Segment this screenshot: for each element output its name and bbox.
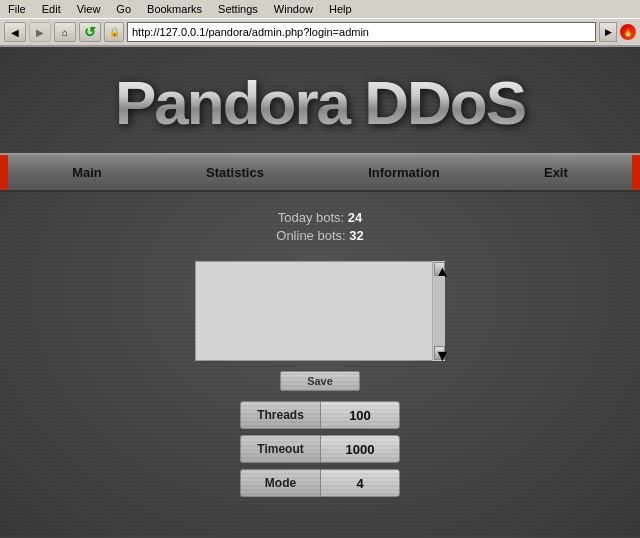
controls-section: Threads 100 Timeout 1000 Mode 4 — [0, 396, 640, 502]
online-bots-label: Online bots: — [276, 228, 345, 243]
nav-statistics[interactable]: Statistics — [186, 155, 284, 190]
menu-window[interactable]: Window — [270, 2, 317, 16]
threads-label: Threads — [240, 401, 320, 429]
go-button[interactable]: ▶ — [599, 22, 617, 42]
online-bots-line: Online bots: 32 — [0, 228, 640, 243]
menu-go[interactable]: Go — [112, 2, 135, 16]
home-button[interactable]: ⌂ — [54, 22, 76, 42]
today-bots-line: Today bots: 24 — [0, 210, 640, 225]
logo-section: Pandora DDoS — [0, 47, 640, 153]
mode-label: Mode — [240, 469, 320, 497]
stats-section: Today bots: 24 Online bots: 32 — [0, 192, 640, 256]
toolbar: ◀ ▶ ⌂ ↺ 🔒 ▶ 🔥 — [0, 18, 640, 46]
threads-row: Threads 100 — [240, 401, 400, 429]
online-bots-value: 32 — [349, 228, 363, 243]
back-button[interactable]: ◀ — [4, 22, 26, 42]
textarea-container: ▲ ▼ — [0, 256, 640, 366]
forward-button[interactable]: ▶ — [29, 22, 51, 42]
threads-value: 100 — [320, 401, 400, 429]
reload-icon: ↺ — [84, 24, 96, 40]
main-textarea[interactable] — [195, 261, 433, 361]
textarea-wrapper: ▲ ▼ — [195, 261, 445, 361]
address-input[interactable] — [127, 22, 596, 42]
scrollbar-down-arrow[interactable]: ▼ — [434, 346, 445, 360]
logo-text: Pandora DDoS — [115, 67, 525, 138]
reload-button[interactable]: ↺ — [79, 22, 101, 42]
mode-value: 4 — [320, 469, 400, 497]
nav-main[interactable]: Main — [52, 155, 122, 190]
save-button[interactable]: Save — [280, 371, 360, 391]
menu-bar: File Edit View Go Bookmarks Settings Win… — [0, 0, 640, 18]
content-area: Pandora DDoS Main Statistics Information… — [0, 47, 640, 537]
save-section: Save — [0, 366, 640, 396]
home-icon: ⌂ — [62, 27, 68, 38]
lock-icon: 🔒 — [104, 22, 124, 42]
menu-bookmarks[interactable]: Bookmarks — [143, 2, 206, 16]
browser-logo-icon: 🔥 — [620, 24, 636, 40]
scrollbar-thumb-area — [434, 276, 445, 346]
timeout-row: Timeout 1000 — [240, 435, 400, 463]
nav-exit[interactable]: Exit — [524, 155, 588, 190]
browser-chrome: File Edit View Go Bookmarks Settings Win… — [0, 0, 640, 47]
timeout-value: 1000 — [320, 435, 400, 463]
timeout-label: Timeout — [240, 435, 320, 463]
nav-links: Main Statistics Information Exit — [0, 155, 640, 190]
nav-bar: Main Statistics Information Exit — [0, 153, 640, 192]
scrollbar-up-arrow[interactable]: ▲ — [434, 262, 445, 276]
mode-row: Mode 4 — [240, 469, 400, 497]
scrollbar-track: ▲ ▼ — [432, 261, 445, 361]
menu-file[interactable]: File — [4, 2, 30, 16]
address-bar-container: 🔒 ▶ — [104, 22, 617, 42]
menu-settings[interactable]: Settings — [214, 2, 262, 16]
menu-help[interactable]: Help — [325, 2, 356, 16]
today-bots-label: Today bots: — [278, 210, 345, 225]
menu-edit[interactable]: Edit — [38, 2, 65, 16]
nav-information[interactable]: Information — [348, 155, 460, 190]
today-bots-value: 24 — [348, 210, 362, 225]
menu-view[interactable]: View — [73, 2, 105, 16]
